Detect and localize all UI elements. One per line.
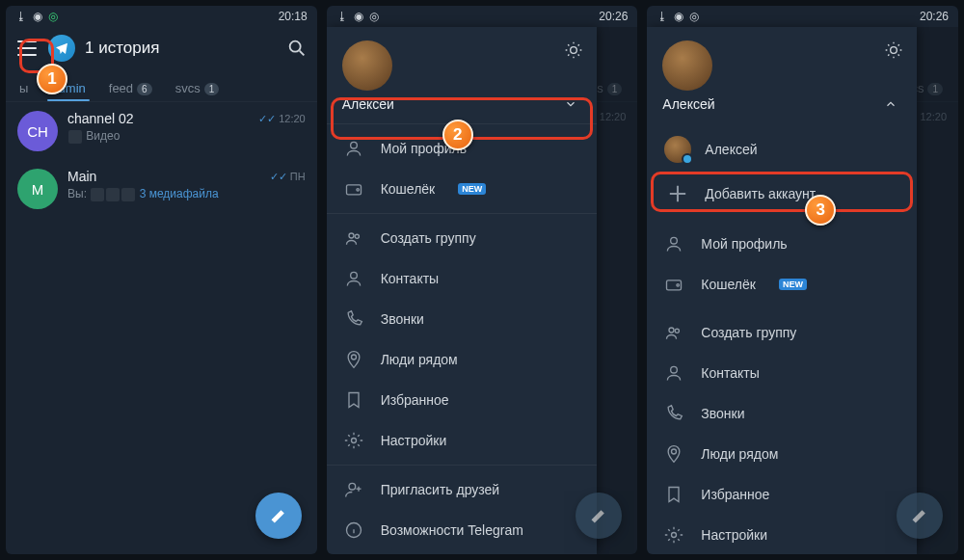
tab-1[interactable]: ы bbox=[12, 81, 36, 101]
svg-point-43 bbox=[672, 533, 677, 538]
account-name: Алексей bbox=[705, 142, 757, 157]
menu-contacts[interactable]: Контакты bbox=[327, 258, 597, 299]
svg-point-40 bbox=[676, 329, 680, 333]
menu-calls[interactable]: Звонки bbox=[647, 393, 917, 434]
svg-point-14 bbox=[349, 233, 354, 238]
group-icon bbox=[344, 228, 363, 248]
avatar: CH bbox=[17, 111, 58, 151]
menu-new-group[interactable]: Создать группу bbox=[647, 312, 917, 353]
user-icon bbox=[664, 234, 683, 253]
menu-wallet[interactable]: КошелёкNEW bbox=[647, 264, 917, 305]
folder-tabs: ы admin feed6 svcs1 bbox=[6, 69, 317, 102]
menu-nearby[interactable]: Люди рядом bbox=[327, 339, 597, 380]
chat-preview: Вы: 3 медиафайла bbox=[67, 187, 306, 201]
user-avatar[interactable] bbox=[662, 40, 712, 91]
svg-point-18 bbox=[351, 439, 356, 443]
svg-point-19 bbox=[349, 483, 356, 490]
add-user-icon bbox=[344, 480, 363, 499]
user-name: Алексей bbox=[662, 96, 714, 112]
theme-toggle-icon[interactable] bbox=[564, 40, 583, 60]
chat-row[interactable]: M Main ✓✓ПН Вы: 3 медиафайла bbox=[6, 160, 317, 218]
menu-contacts[interactable]: Контакты bbox=[647, 353, 917, 393]
viber-icon: ◉ bbox=[354, 10, 363, 23]
svg-point-25 bbox=[891, 47, 897, 54]
phone-icon bbox=[344, 309, 363, 329]
menu-invite[interactable]: Пригласить друзей bbox=[327, 469, 597, 510]
user-name: Алексей bbox=[342, 96, 394, 112]
contacts-icon bbox=[664, 363, 683, 383]
download-icon: ⭳ bbox=[336, 10, 348, 23]
search-icon[interactable] bbox=[286, 38, 308, 59]
svg-line-9 bbox=[568, 55, 569, 56]
clock: 20:26 bbox=[920, 10, 949, 23]
tab-feed[interactable]: feed6 bbox=[101, 81, 160, 101]
user-avatar[interactable] bbox=[342, 40, 392, 91]
menu-calls[interactable]: Звонки bbox=[327, 299, 597, 339]
svg-point-11 bbox=[350, 142, 357, 148]
chat-preview: Видео bbox=[67, 129, 306, 144]
svg-point-38 bbox=[677, 284, 680, 287]
screenshot-panel-1: ⭳ ◉ ◎ 20:18 1 история ы admin feed6 svcs… bbox=[6, 6, 317, 554]
svg-point-15 bbox=[355, 234, 359, 238]
svg-line-7 bbox=[568, 44, 569, 45]
menu-profile[interactable]: Мой профиль bbox=[647, 224, 917, 264]
verified-badge-icon bbox=[682, 153, 693, 165]
chevron-down-icon bbox=[564, 97, 577, 111]
chevron-up-icon bbox=[884, 97, 897, 111]
menu-settings[interactable]: Настройки bbox=[647, 515, 917, 554]
wallet-icon bbox=[344, 179, 363, 199]
compose-fab[interactable] bbox=[897, 493, 943, 539]
menu-features[interactable]: Возможности Telegram bbox=[327, 510, 597, 550]
titlebar: 1 история bbox=[6, 27, 317, 69]
compose-fab[interactable] bbox=[576, 493, 622, 539]
svg-line-30 bbox=[889, 44, 890, 45]
menu-wallet[interactable]: КошелёкNEW bbox=[327, 169, 597, 209]
chat-name: Main bbox=[67, 169, 96, 184]
nearby-icon bbox=[344, 350, 363, 369]
download-icon: ⭳ bbox=[15, 10, 27, 23]
page-title: 1 история bbox=[85, 39, 277, 58]
menu-icon[interactable] bbox=[15, 40, 39, 57]
chat-row[interactable]: CH channel 02 ✓✓12:20 Видео bbox=[6, 102, 317, 160]
statusbar: ⭳ ◉ ◎ 20:18 bbox=[6, 6, 317, 27]
chat-list: CH channel 02 ✓✓12:20 Видео M Main ✓✓ПН … bbox=[6, 102, 317, 218]
whatsapp-icon: ◎ bbox=[369, 10, 379, 23]
menu-saved[interactable]: Избранное bbox=[647, 474, 917, 515]
nearby-icon bbox=[664, 444, 683, 464]
contacts-icon bbox=[344, 269, 363, 288]
svg-point-13 bbox=[357, 189, 360, 192]
add-account-button[interactable]: Добавить аккаунт bbox=[647, 172, 917, 216]
download-icon: ⭳ bbox=[656, 10, 668, 23]
account-row[interactable]: Алексей bbox=[647, 127, 917, 172]
new-badge: NEW bbox=[779, 279, 807, 290]
tab-admin[interactable]: admin bbox=[43, 81, 93, 101]
bookmark-icon bbox=[344, 390, 363, 410]
screenshot-panel-2: ⭳◉◎ 20:26 svcs1 ✓✓12:20 Алексей Мой проф… bbox=[327, 6, 638, 554]
theme-toggle-icon[interactable] bbox=[884, 40, 903, 60]
svg-line-10 bbox=[577, 44, 578, 45]
info-icon bbox=[344, 520, 363, 540]
menu-new-group[interactable]: Создать группу bbox=[327, 218, 597, 258]
account-toggle[interactable]: Алексей bbox=[342, 96, 581, 112]
gear-icon bbox=[664, 525, 683, 545]
group-icon bbox=[664, 323, 683, 342]
screenshot-panel-3: ⭳◉◎ 20:26 svcs1 ✓✓12:20 Алексей Алексей … bbox=[647, 6, 958, 554]
plus-icon bbox=[664, 180, 691, 207]
chat-time: ✓✓ПН bbox=[270, 171, 306, 183]
wallet-icon bbox=[664, 275, 683, 294]
account-toggle[interactable]: Алексей bbox=[662, 96, 901, 112]
avatar: M bbox=[17, 169, 58, 209]
svg-point-16 bbox=[350, 272, 357, 279]
svg-point-39 bbox=[669, 328, 674, 333]
drawer-header: Алексей bbox=[647, 27, 917, 120]
statusbar: ⭳◉◎ 20:26 bbox=[647, 6, 958, 27]
whatsapp-icon: ◎ bbox=[689, 10, 699, 23]
compose-fab[interactable] bbox=[255, 493, 302, 539]
svg-point-36 bbox=[671, 237, 678, 244]
menu-profile[interactable]: Мой профиль bbox=[327, 128, 597, 169]
menu-saved[interactable]: Избранное bbox=[327, 380, 597, 420]
tab-svcs[interactable]: svcs1 bbox=[168, 81, 228, 101]
menu-settings[interactable]: Настройки bbox=[327, 420, 597, 461]
menu-nearby[interactable]: Люди рядом bbox=[647, 434, 917, 474]
svg-line-31 bbox=[898, 55, 899, 56]
